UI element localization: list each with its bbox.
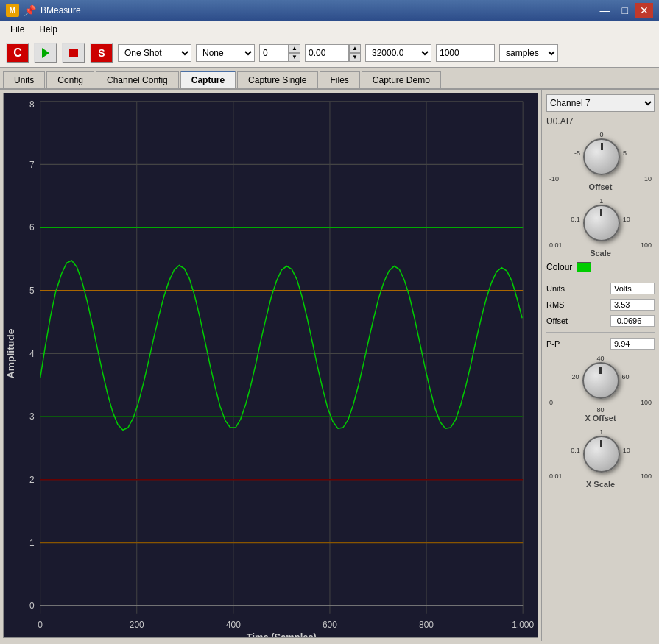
offset-knob[interactable]	[583, 138, 620, 175]
units-label: Units	[546, 284, 565, 293]
xscale-1-label: 1	[599, 428, 603, 436]
offset-dec-down[interactable]: ▼	[349, 53, 361, 62]
menubar: File Help	[0, 21, 659, 38]
offset-knob-range: -10 10	[546, 175, 655, 183]
titlebar-controls: — □ ✕	[596, 3, 653, 18]
pp-label: P-P	[546, 339, 560, 348]
tab-files[interactable]: Files	[320, 71, 360, 88]
units-row: Units Volts	[546, 282, 655, 295]
svg-text:3: 3	[29, 411, 35, 422]
colour-swatch[interactable]	[577, 262, 591, 272]
maximize-button[interactable]: □	[618, 3, 632, 18]
menu-file[interactable]: File	[3, 23, 32, 36]
samplerate-select[interactable]: 32000.0 16000.0 8000.0	[365, 44, 431, 62]
xscale-knob-range: 0.01 100	[546, 473, 655, 480]
svg-text:0: 0	[38, 620, 43, 631]
offset-int-up[interactable]: ▲	[289, 44, 300, 53]
svg-text:2: 2	[29, 475, 35, 486]
oneshot-select[interactable]: One Shot Continuous N Shots	[118, 44, 191, 62]
svg-text:200: 200	[130, 620, 144, 631]
offset-5-label: 5	[623, 149, 627, 157]
svg-text:7: 7	[29, 159, 35, 170]
channel-select[interactable]: Channel 7 Channel 1 Channel 2	[546, 94, 655, 112]
c-button[interactable]: C	[6, 43, 29, 63]
stop-button[interactable]	[62, 43, 85, 63]
toolbar: C S One Shot Continuous N Shots None Ris…	[0, 38, 659, 68]
close-button[interactable]: ✕	[635, 3, 653, 18]
trigger-select[interactable]: None Rising Falling	[196, 44, 255, 62]
samples-unit-select[interactable]: samples seconds	[499, 44, 558, 62]
xoffset-100-label: 100	[641, 399, 652, 406]
xoffset-knob-container: 20 40 60 0 100 80 X Offset	[546, 355, 655, 422]
titlebar: M 📌 BMeasure — □ ✕	[0, 0, 659, 21]
offset-dec-up[interactable]: ▲	[349, 44, 361, 53]
tab-capture-demo[interactable]: Capture Demo	[362, 71, 441, 88]
svg-text:4: 4	[29, 348, 35, 359]
rms-value: 3.53	[610, 299, 655, 311]
xoffset-knob-range: 0 100	[546, 399, 655, 406]
xoffset-knob-row: 20 40 60	[546, 355, 655, 399]
xscale-knob[interactable]	[583, 436, 620, 473]
tab-capture-single[interactable]: Capture Single	[237, 71, 317, 88]
xscale-01-label: 0.1	[571, 447, 580, 454]
xscale-100-label: 100	[641, 473, 652, 480]
xscale-knob-container: 0.1 1 10 0.01 100 X Scale	[546, 428, 655, 489]
offset-int-input[interactable]	[259, 44, 289, 62]
offset-int-spinbtns[interactable]: ▲ ▼	[289, 44, 300, 62]
offset-dec-spinbtns[interactable]: ▲ ▼	[349, 44, 361, 62]
xoffset-80-row: 80	[546, 406, 655, 414]
menu-help[interactable]: Help	[32, 23, 65, 36]
right-panel: Channel 7 Channel 1 Channel 2 U0.AI7 -5 …	[541, 90, 659, 641]
scale-knob-row: 0.1 1 10	[546, 197, 655, 241]
scale-1-label: 1	[599, 197, 603, 205]
svg-rect-0	[4, 93, 538, 637]
chart-svg: 0 1 2 3 4 5 6 7 8 0 200 400 600 800 1,00…	[4, 93, 538, 637]
play-icon	[42, 48, 49, 58]
svg-text:Time (Samples): Time (Samples)	[247, 632, 317, 637]
offset-min-label: -10	[549, 175, 559, 183]
svg-text:600: 600	[323, 620, 337, 631]
offset-int-down[interactable]: ▼	[289, 53, 300, 62]
svg-text:0: 0	[29, 601, 35, 612]
play-button[interactable]	[34, 43, 57, 63]
chart-container: 0 1 2 3 4 5 6 7 8 0 200 400 600 800 1,00…	[3, 93, 538, 638]
tab-capture[interactable]: Capture	[180, 71, 236, 88]
rms-row: RMS 3.53	[546, 298, 655, 311]
tabs: Units Config Channel Config Capture Capt…	[0, 68, 659, 90]
offset-int-spinner[interactable]: ▲ ▼	[259, 44, 300, 62]
offset-dec-spinner[interactable]: ▲ ▼	[305, 44, 361, 62]
scale-knob[interactable]	[583, 205, 620, 241]
offset-dec-input[interactable]	[305, 44, 349, 62]
offset-max-label: 10	[644, 175, 652, 183]
s-button[interactable]: S	[90, 43, 113, 63]
chart-area: 0 1 2 3 4 5 6 7 8 0 200 400 600 800 1,00…	[0, 90, 541, 641]
minimize-button[interactable]: —	[596, 3, 615, 18]
xoffset-60-label: 60	[622, 373, 630, 381]
svg-text:1,000: 1,000	[512, 620, 534, 631]
stop-icon	[69, 49, 78, 57]
xoffset-knob[interactable]	[582, 362, 619, 399]
samples-count-input[interactable]	[436, 44, 495, 62]
tab-channel-config[interactable]: Channel Config	[96, 71, 179, 88]
svg-text:400: 400	[226, 620, 241, 631]
tab-config[interactable]: Config	[46, 71, 94, 88]
offset-stat-row: Offset -0.0696	[546, 314, 655, 328]
divider-2	[546, 332, 655, 333]
colour-label: Colour	[546, 262, 572, 272]
xoffset-80-label: 80	[596, 406, 604, 414]
offset-knob-container: -5 0 5 -10 10 Offset	[546, 131, 655, 191]
titlebar-title: BMeasure	[40, 5, 81, 15]
rms-label: RMS	[546, 300, 564, 309]
svg-text:1: 1	[29, 537, 35, 548]
xscale-label: X Scale	[586, 480, 615, 489]
main-content: 0 1 2 3 4 5 6 7 8 0 200 400 600 800 1,00…	[0, 90, 659, 641]
svg-text:5: 5	[29, 286, 35, 297]
xoffset-label: X Offset	[585, 414, 616, 422]
tab-units[interactable]: Units	[3, 71, 45, 88]
scale-01-label: 0.1	[571, 216, 580, 223]
offset-label: Offset	[589, 183, 613, 191]
offset-knob-row: -5 0 5	[546, 131, 655, 175]
xoffset-20-label: 20	[571, 373, 579, 381]
pp-value: 9.94	[610, 338, 655, 350]
pin-icon: 📌	[24, 4, 36, 16]
